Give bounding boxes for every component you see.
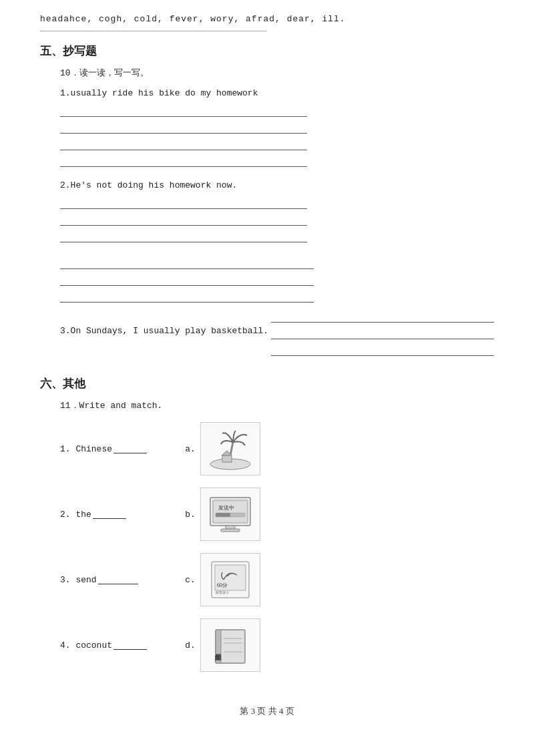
match-label-3c: c. <box>180 575 200 585</box>
match-num-3: 3. send <box>60 575 97 585</box>
match-blank-1[interactable] <box>113 444 147 453</box>
match-image-1a <box>200 422 260 476</box>
write-line <box>60 256 314 269</box>
svg-rect-10 <box>221 529 240 532</box>
svg-text:60分: 60分 <box>217 582 228 588</box>
q11-label: 11．Write and match. <box>60 399 494 411</box>
section-six: 六、其他 11．Write and match. 1. Chinese a. <box>40 376 494 672</box>
match-left-1: 1. Chinese <box>60 444 180 454</box>
item1-lines <box>60 104 494 167</box>
write-line <box>60 289 314 303</box>
match-left-3: 3. send <box>60 575 180 585</box>
item3-text: 3.On Sundays, I usually play basketball. <box>60 326 268 336</box>
match-label-1a: a. <box>180 444 200 454</box>
write-line <box>60 212 307 226</box>
page-footer: 第 3 页 共 4 页 <box>40 705 494 717</box>
match-row-2: 2. the b. 发送中 <box>60 488 494 541</box>
match-row-4: 4. coconut d. 集邮册 <box>60 618 494 672</box>
write-line <box>60 196 307 209</box>
write-line <box>60 229 307 242</box>
svg-rect-5 <box>213 500 248 523</box>
footer-text: 第 3 页 共 4 页 <box>240 706 294 716</box>
match-num-4: 4. coconut <box>60 640 112 650</box>
item1-block: 1.usually ride his bike do my homework <box>60 88 494 167</box>
write-line <box>271 326 494 339</box>
match-row-1: 1. Chinese a. <box>60 422 494 476</box>
write-line <box>271 343 494 356</box>
svg-text:邮票设计: 邮票设计 <box>216 590 229 594</box>
write-line <box>60 272 314 286</box>
svg-rect-9 <box>226 526 235 529</box>
write-line <box>60 137 307 150</box>
match-num-1: 1. Chinese <box>60 444 112 454</box>
item1-text: 1.usually ride his bike do my homework <box>60 88 494 98</box>
match-label-2b: b. <box>180 510 200 520</box>
item2-text: 2.He's not doing his homework now. <box>60 180 494 190</box>
svg-text:发送中: 发送中 <box>218 505 234 511</box>
match-image-2b: 发送中 <box>200 488 260 541</box>
match-image-4d: 集邮册 <box>200 618 260 672</box>
section5-title: 五、抄写题 <box>40 43 494 59</box>
item3-block: 3.On Sundays, I usually play basketball. <box>60 256 494 356</box>
q10-label: 10．读一读，写一写。 <box>60 67 494 79</box>
match-left-4: 4. coconut <box>60 640 180 650</box>
write-line <box>60 120 307 134</box>
write-line <box>60 104 307 117</box>
match-num-2: 2. the <box>60 510 91 520</box>
item2-lines <box>60 196 494 242</box>
match-blank-4[interactable] <box>113 640 147 650</box>
section-divider <box>40 31 267 31</box>
match-image-3c: 60分 邮票设计 <box>200 553 260 606</box>
top-words: headahce, cogh, cold, fever, wory, afrad… <box>40 14 346 24</box>
write-line <box>60 154 307 167</box>
match-left-2: 2. the <box>60 510 180 520</box>
section-five: 五、抄写题 10．读一读，写一写。 1.usually ride his bik… <box>40 43 494 356</box>
svg-rect-2 <box>222 455 232 462</box>
svg-rect-8 <box>216 513 230 517</box>
svg-rect-17 <box>216 630 221 663</box>
match-row-3: 3. send c. <box>60 553 494 606</box>
write-line <box>271 309 494 323</box>
section6-title: 六、其他 <box>40 376 494 391</box>
match-blank-2[interactable] <box>93 510 126 519</box>
item3-right-lines <box>60 256 314 303</box>
item2-block: 2.He's not doing his homework now. <box>60 180 494 242</box>
match-container: 1. Chinese a. <box>60 422 494 672</box>
match-label-4d: d. <box>180 640 200 650</box>
match-blank-3[interactable] <box>98 575 138 584</box>
